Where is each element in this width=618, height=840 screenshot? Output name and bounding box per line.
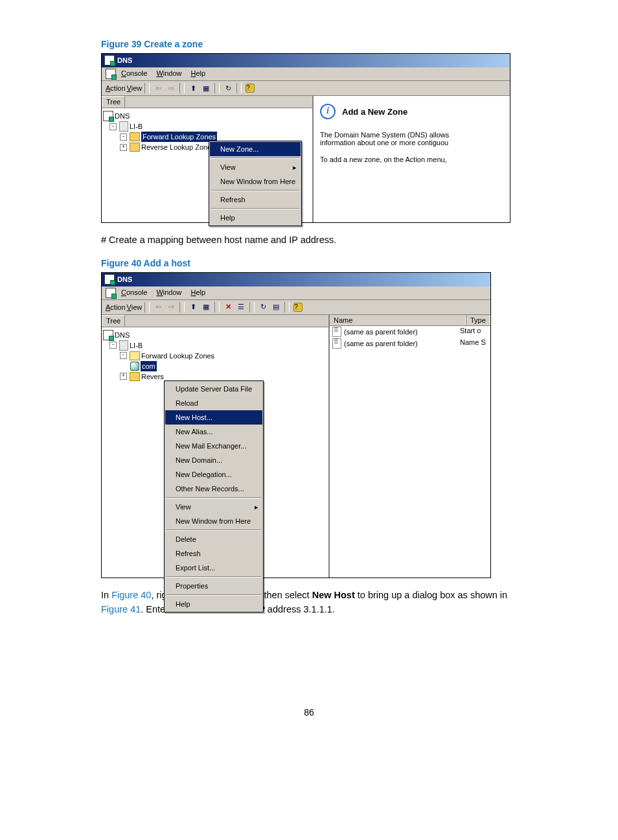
menu-console[interactable]: Console (117, 69, 151, 79)
tree-dns-root[interactable]: DNS (103, 111, 311, 121)
help-icon[interactable] (244, 82, 256, 94)
ctx-new-delegation[interactable]: New Delegation... (165, 467, 262, 482)
ctx-help[interactable]: Help (165, 597, 262, 611)
properties-icon[interactable] (235, 301, 247, 313)
ctx-new-domain[interactable]: New Domain... (165, 453, 262, 467)
list-row[interactable]: (same as parent folder) Name S (330, 338, 490, 349)
ctx-properties[interactable]: Properties (165, 579, 262, 593)
ctx-update[interactable]: Update Server Data File (165, 382, 262, 396)
refresh-icon[interactable] (222, 82, 234, 94)
menu-help[interactable]: Help (187, 288, 210, 298)
dns-icon (103, 111, 113, 121)
fig40-tree: DNS -LI-B -Forward Lookup Zones com +Rev… (102, 327, 328, 384)
export-icon[interactable] (270, 301, 282, 313)
folder-open-icon (130, 351, 140, 360)
fig39-toolbar: Action View (102, 81, 510, 96)
ctx-separator (211, 208, 299, 209)
list-body: (same as parent folder) Start o (same as… (330, 326, 490, 566)
tree-tab[interactable]: Tree (102, 96, 312, 108)
up-icon[interactable] (187, 301, 199, 313)
toolbar-separator (144, 302, 150, 312)
collapse-icon[interactable]: - (120, 352, 127, 359)
link-figure-40[interactable]: Figure 40 (111, 590, 151, 600)
ctx-new-window[interactable]: New Window from Here (210, 174, 301, 189)
ctx-reload[interactable]: Reload (165, 396, 262, 410)
figure-40-caption: Figure 40 Add a host (101, 258, 517, 268)
toolbar-separator (249, 302, 255, 312)
fig39-right-pane: i Add a New Zone The Domain Name System … (314, 96, 510, 222)
menu-console[interactable]: Console (117, 288, 151, 298)
help-icon[interactable] (292, 301, 304, 313)
info-icon: i (320, 104, 336, 119)
toolbar-separator (179, 83, 185, 93)
fig40-right-pane: Name Type (same as parent folder) Start … (330, 315, 490, 578)
folder-icon (130, 372, 140, 381)
menu-view[interactable]: View (127, 84, 143, 92)
record-icon (332, 327, 341, 337)
toolbar-separator (214, 83, 220, 93)
ctx-other-records[interactable]: Other New Records... (165, 482, 262, 496)
expand-icon[interactable]: + (120, 373, 127, 380)
toolbar-separator (179, 302, 185, 312)
show-hide-icon[interactable] (200, 301, 212, 313)
forward-icon[interactable] (165, 82, 177, 94)
fig40-toolbar: Action View (102, 300, 490, 315)
ctx-export[interactable]: Export List... (165, 561, 262, 575)
col-type[interactable]: Type (466, 315, 490, 325)
col-name[interactable]: Name (330, 315, 466, 325)
back-icon[interactable] (152, 301, 164, 313)
ctx-new-host[interactable]: New Host... (165, 410, 262, 425)
ctx-new-zone[interactable]: New Zone... (210, 142, 301, 156)
figure-39-caption: Figure 39 Create a zone (101, 39, 517, 49)
dns-icon (103, 330, 113, 340)
dns-icon (106, 288, 116, 298)
page-number: 86 (101, 707, 517, 718)
menu-window[interactable]: Window (152, 288, 185, 298)
link-figure-41[interactable]: Figure 41 (101, 604, 141, 614)
menu-action[interactable]: Action (106, 303, 126, 311)
ctx-separator (211, 190, 299, 191)
list-header: Name Type (330, 315, 490, 326)
ctx-refresh[interactable]: Refresh (165, 546, 262, 561)
ctx-new-mx[interactable]: New Mail Exchanger... (165, 439, 262, 453)
delete-icon[interactable] (222, 301, 234, 313)
menu-action[interactable]: Action (106, 84, 126, 92)
menu-window[interactable]: Window (152, 69, 185, 79)
collapse-icon[interactable]: - (109, 123, 117, 130)
server-icon (119, 340, 128, 351)
tree-zone-com[interactable]: com (103, 361, 327, 371)
right-pane-text-2: information about one or more contiguou (320, 139, 503, 146)
fig39-menubar: Console Window Help (102, 67, 510, 81)
ctx-refresh[interactable]: Refresh (210, 192, 301, 207)
collapse-icon[interactable]: - (109, 342, 117, 349)
fig40-tree-pane: Tree DNS -LI-B -Forward Lookup Zones com… (102, 315, 330, 578)
ctx-delete[interactable]: Delete (165, 532, 262, 546)
list-row[interactable]: (same as parent folder) Start o (330, 326, 490, 338)
back-icon[interactable] (152, 82, 164, 94)
tree-dns-root[interactable]: DNS (103, 330, 327, 340)
ctx-new-window[interactable]: New Window from Here (165, 514, 262, 528)
expand-icon[interactable]: + (120, 144, 127, 151)
ctx-view[interactable]: View (210, 160, 301, 174)
menu-help[interactable]: Help (187, 69, 210, 79)
tree-server[interactable]: -LI-B (103, 121, 311, 132)
show-hide-icon[interactable] (200, 82, 212, 94)
ctx-separator (166, 594, 261, 596)
ctx-separator (166, 530, 261, 531)
fig39-tree-pane: Tree DNS -LI-B -Forward Lookup Zones +Re… (102, 96, 314, 222)
fig39-tree: DNS -LI-B -Forward Lookup Zones +Reverse… (102, 108, 312, 155)
collapse-icon[interactable]: - (120, 134, 127, 141)
menu-view[interactable]: View (127, 303, 143, 311)
ctx-separator (211, 158, 299, 159)
tree-server[interactable]: -LI-B (103, 340, 327, 351)
right-pane-text-1: The Domain Name System (DNS) allows (320, 131, 503, 139)
tree-forward-zones[interactable]: -Forward Lookup Zones (103, 351, 327, 361)
ctx-new-alias[interactable]: New Alias... (165, 425, 262, 439)
fig39-window: DNS Console Window Help Action View Tree… (101, 53, 510, 223)
ctx-help[interactable]: Help (210, 211, 301, 225)
up-icon[interactable] (187, 82, 199, 94)
ctx-view[interactable]: View (165, 500, 262, 514)
tree-tab[interactable]: Tree (102, 315, 328, 327)
refresh-icon[interactable] (257, 301, 269, 313)
forward-icon[interactable] (165, 301, 177, 313)
